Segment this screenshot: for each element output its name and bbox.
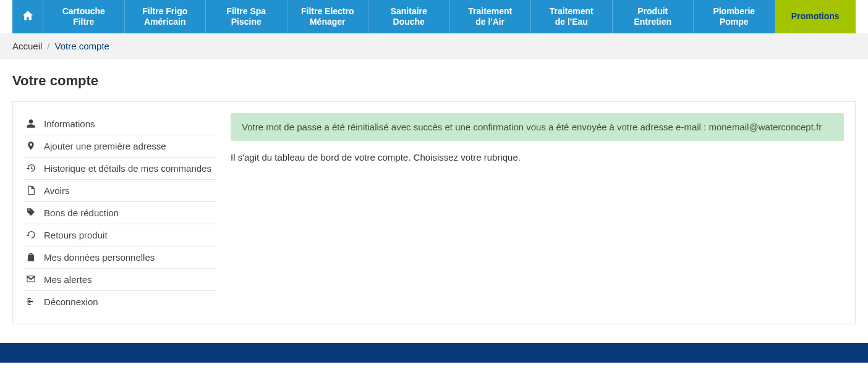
nav-home[interactable] (12, 0, 43, 33)
sidebar-item-personal-data[interactable]: Mes données personnelles (24, 246, 216, 269)
sidebar-item-returns[interactable]: Retours produit (24, 224, 216, 246)
sidebar-item-label: Informations (44, 119, 95, 129)
main-nav: CartoucheFiltre Filtre FrigoAméricain Fi… (12, 0, 856, 33)
sidebar-item-informations[interactable]: Informations (24, 113, 216, 135)
dashboard-intro: Il s'agit du tableau de bord de votre co… (231, 152, 844, 162)
sidebar-item-label: Bons de réduction (44, 208, 119, 218)
tag-icon (25, 208, 36, 217)
home-icon (22, 9, 34, 24)
user-icon (25, 119, 36, 129)
nav-promotions[interactable]: Promotions (775, 0, 856, 33)
breadcrumb-bar: Accueil / Votre compte (0, 33, 868, 59)
account-content: Informations Ajouter une première adress… (12, 101, 856, 324)
map-pin-icon (25, 141, 36, 151)
nav-filtre-frigo[interactable]: Filtre FrigoAméricain (125, 0, 206, 33)
footer-bar (0, 343, 868, 363)
sidebar-item-label: Avoirs (44, 185, 69, 196)
nav-sanitaire-douche[interactable]: SanitaireDouche (368, 0, 450, 33)
history-icon (25, 163, 36, 173)
breadcrumb: Accueil / Votre compte (12, 33, 856, 59)
bag-icon (25, 252, 36, 262)
nav-traitement-eau[interactable]: Traitementde l'Eau (531, 0, 613, 33)
nav-traitement-air[interactable]: Traitementde l'Air (450, 0, 532, 33)
sidebar-item-label: Historique et détails de mes commandes (44, 163, 211, 174)
nav-filtre-electro[interactable]: Filtre ElectroMénager (287, 0, 369, 33)
sidebar-item-vouchers[interactable]: Bons de réduction (24, 202, 216, 224)
sidebar-item-label: Retours produit (44, 230, 108, 240)
logout-icon (25, 297, 36, 306)
sidebar-item-label: Mes alertes (44, 274, 92, 285)
sidebar-item-alerts[interactable]: Mes alertes (24, 269, 216, 291)
breadcrumb-separator: / (47, 41, 49, 51)
breadcrumb-home[interactable]: Accueil (12, 41, 42, 51)
sidebar-item-address[interactable]: Ajouter une première adresse (24, 135, 216, 158)
sidebar-item-history[interactable]: Historique et détails de mes commandes (24, 158, 216, 180)
breadcrumb-current: Votre compte (55, 41, 109, 51)
account-sidebar: Informations Ajouter une première adress… (24, 113, 216, 313)
nav-plomberie-pompe[interactable]: PlomberiePompe (694, 0, 775, 33)
nav-filtre-spa[interactable]: Filtre SpaPiscine (206, 0, 287, 33)
nav-cartouche-filtre[interactable]: CartoucheFiltre (43, 0, 125, 33)
return-icon (25, 230, 36, 240)
sidebar-item-label: Mes données personnelles (44, 252, 155, 263)
sidebar-item-logout[interactable]: Déconnexion (24, 291, 216, 313)
sidebar-item-label: Déconnexion (44, 297, 98, 307)
nav-produit-entretien[interactable]: ProduitEntretien (613, 0, 694, 33)
page-title: Votre compte (12, 73, 856, 89)
alert-success: Votre mot de passe a été réinitialisé av… (231, 113, 844, 141)
sidebar-item-label: Ajouter une première adresse (44, 141, 166, 151)
file-icon (25, 185, 36, 195)
envelope-icon (25, 274, 36, 284)
account-main: Votre mot de passe a été réinitialisé av… (231, 113, 844, 313)
sidebar-item-credit-slips[interactable]: Avoirs (24, 180, 216, 202)
